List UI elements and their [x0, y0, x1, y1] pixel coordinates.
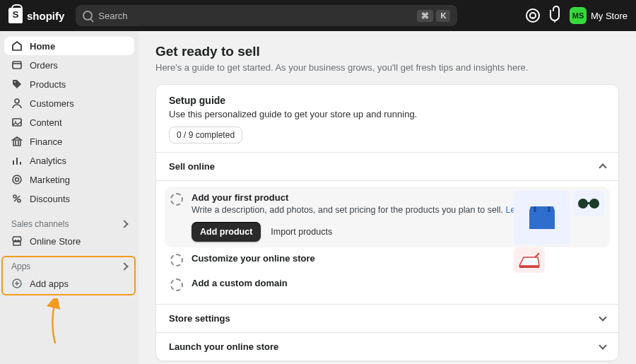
image-icon: [11, 117, 23, 128]
task-add-domain[interactable]: Add a custom domain: [165, 272, 610, 297]
sidebar-item-finance[interactable]: Finance: [4, 132, 134, 151]
svg-point-8: [16, 178, 19, 182]
svg-point-9: [13, 195, 16, 198]
person-icon: [11, 98, 23, 109]
svg-rect-2: [13, 61, 21, 69]
help-icon[interactable]: [526, 8, 540, 23]
tag-icon: [11, 78, 23, 90]
chevron-up-icon: [599, 163, 606, 171]
search-shortcut: ⌘ K: [417, 10, 450, 22]
percent-icon: [11, 193, 23, 204]
topbar: shopify Search ⌘ K MS My Store: [0, 0, 636, 31]
progress-pill: 0 / 9 completed: [169, 127, 242, 143]
task-status-icon: [170, 254, 183, 266]
sidebar-item-products[interactable]: Products: [4, 75, 134, 93]
svg-point-3: [14, 81, 16, 83]
svg-point-6: [15, 121, 16, 122]
orders-icon: [11, 59, 23, 71]
main-content: Get ready to sell Here's a guide to get …: [139, 31, 636, 364]
sidebar-item-online-store[interactable]: Online Store: [4, 232, 134, 250]
task-illustration: [514, 191, 606, 245]
shopify-bag-icon: [8, 8, 23, 23]
svg-point-7: [13, 175, 21, 184]
shopify-logo[interactable]: shopify: [8, 8, 64, 23]
brand-name: shopify: [27, 10, 64, 22]
store-name: My Store: [591, 11, 628, 21]
sales-channels-header[interactable]: Sales channels: [4, 215, 134, 232]
store-switcher[interactable]: MS My Store: [570, 7, 628, 24]
chevron-down-icon: [599, 313, 606, 321]
plus-circle-icon: [11, 278, 23, 289]
search-placeholder: Search: [98, 11, 411, 21]
chevron-right-icon: [120, 220, 128, 228]
sidebar-item-home[interactable]: Home: [4, 37, 134, 55]
setup-guide-title: Setup guide: [169, 95, 606, 106]
svg-point-10: [18, 199, 20, 202]
section-store-settings[interactable]: Store settings: [156, 304, 618, 332]
task-add-first-product[interactable]: Add your first product Write a descripti…: [165, 187, 610, 247]
sidebar-item-discounts[interactable]: Discounts: [4, 189, 134, 208]
svg-point-4: [15, 99, 19, 103]
store-icon: [11, 235, 23, 247]
bank-icon: [11, 136, 23, 147]
search-icon: [83, 11, 93, 20]
apps-header[interactable]: Apps: [4, 257, 134, 274]
sidebar-item-add-apps[interactable]: Add apps: [4, 274, 134, 293]
setup-guide-desc: Use this personalized guide to get your …: [169, 109, 606, 119]
sidebar-item-marketing[interactable]: Marketing: [4, 170, 134, 189]
tasks-list: Add your first product Write a descripti…: [156, 180, 618, 304]
page-subtitle: Here's a guide to get started. As your b…: [155, 62, 619, 73]
sidebar-item-content[interactable]: Content: [4, 113, 134, 131]
svg-point-12: [578, 199, 588, 209]
chevron-down-icon: [599, 341, 606, 349]
import-products-link[interactable]: Import products: [271, 227, 332, 237]
notifications-icon[interactable]: [550, 10, 560, 21]
svg-point-13: [589, 199, 599, 209]
sidebar-item-orders[interactable]: Orders: [4, 56, 134, 74]
setup-guide-header: Setup guide Use this personalized guide …: [156, 85, 618, 152]
annotation-arrow: [42, 298, 71, 348]
add-product-button[interactable]: Add product: [192, 222, 261, 242]
svg-rect-15: [519, 266, 539, 268]
bars-icon: [11, 155, 23, 166]
sidebar: Home Orders Products Customers Content F…: [0, 31, 139, 364]
svg-rect-1: [532, 17, 534, 18]
search-input[interactable]: Search ⌘ K: [76, 5, 457, 26]
topbar-right: MS My Store: [526, 7, 628, 24]
sidebar-item-analytics[interactable]: Analytics: [4, 151, 134, 170]
chevron-right-icon: [120, 262, 128, 270]
section-sell-online[interactable]: Sell online: [156, 152, 618, 180]
task-status-icon: [170, 278, 183, 291]
store-avatar: MS: [570, 7, 587, 24]
home-icon: [11, 40, 23, 52]
target-icon: [11, 174, 23, 185]
svg-rect-14: [587, 202, 591, 204]
page-title: Get ready to sell: [155, 44, 619, 59]
sidebar-item-customers[interactable]: Customers: [4, 94, 134, 112]
section-launch-store[interactable]: Launch your online store: [156, 332, 618, 360]
setup-guide-card: Setup guide Use this personalized guide …: [155, 84, 619, 361]
task-status-icon: [170, 193, 183, 206]
